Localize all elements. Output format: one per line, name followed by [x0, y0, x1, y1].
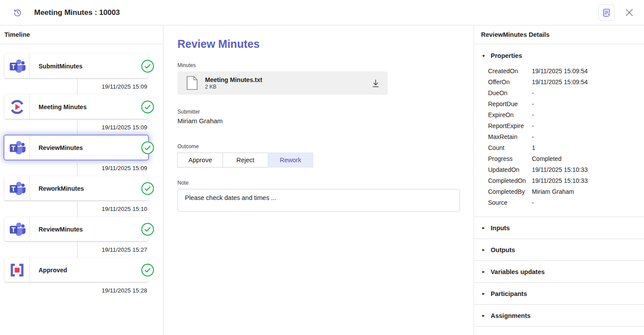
timeline-step-timestamp: 19/11/2025 15:09: [102, 165, 147, 171]
chevron-right-icon: ▸: [482, 291, 487, 296]
property-value: -: [532, 89, 644, 96]
section-assignments-header[interactable]: ▸ Assignments: [474, 305, 644, 326]
section-inputs: ▸ Inputs: [474, 217, 644, 239]
details-filter-button[interactable]: [598, 4, 615, 21]
chevron-down-icon: ▾: [482, 53, 487, 59]
task-title: Review Minutes: [177, 38, 474, 50]
teams-icon: [4, 217, 30, 241]
teams-icon: [4, 135, 30, 160]
timeline-connector: 19/11/2025 15:09: [4, 160, 148, 176]
section-assignments: ▸ Assignments: [474, 305, 644, 327]
approve-button[interactable]: Approve: [177, 153, 223, 168]
check-circle-icon: [141, 182, 154, 195]
property-value: -: [532, 133, 644, 140]
outcome-button-group: Approve Reject Rework: [177, 153, 474, 168]
check-circle-icon: [141, 100, 154, 114]
check-circle-icon: [141, 264, 154, 277]
section-participants-header[interactable]: ▸ Participants: [474, 283, 644, 304]
property-name: Count: [488, 144, 532, 151]
reject-button[interactable]: Reject: [223, 153, 268, 168]
timeline-step-timestamp: 19/11/2025 15:10: [102, 206, 147, 212]
teams-icon: [4, 176, 30, 200]
timeline-item: SubmitMinutes 19/11/2025 15:09: [0, 54, 163, 95]
property-row: OfferOn19/11/2025 15:09:54: [488, 76, 644, 87]
property-value: Miriam Graham: [532, 188, 644, 195]
timeline-step-timestamp: 19/11/2025 15:09: [102, 124, 147, 131]
property-row: ReportExpire-: [488, 120, 644, 131]
section-participants: ▸ Participants: [474, 283, 644, 305]
property-value: -: [532, 100, 644, 107]
property-row: ProgressCompleted: [488, 153, 644, 164]
timeline-step-card[interactable]: Approved: [4, 258, 148, 282]
page-title: Meeting Minutes : 10003: [34, 8, 120, 17]
property-row: CreatedOn19/11/2025 15:09:54: [488, 65, 644, 76]
details-panel: ReviewMinutes Details ▾ Properties Creat…: [474, 25, 644, 335]
property-row: DueOn-: [488, 87, 644, 98]
section-properties-header[interactable]: ▾ Properties: [474, 44, 644, 64]
note-field[interactable]: Please check dates and times ...: [177, 189, 460, 212]
property-row: MaxRetain-: [488, 131, 644, 142]
section-outputs-header[interactable]: ▸ Outputs: [474, 239, 644, 260]
timeline-step-label: ReworkMinutes: [30, 176, 148, 200]
check-circle-icon: [141, 60, 154, 73]
note-label: Note: [177, 180, 474, 186]
file-icon: [186, 76, 198, 90]
minutes-label: Minutes: [177, 62, 474, 68]
close-icon[interactable]: [624, 7, 634, 18]
property-name: MaxRetain: [488, 133, 532, 140]
submitter-label: Submitter: [177, 109, 474, 115]
outcome-label: Outcome: [177, 143, 474, 150]
timeline-step-timestamp: 19/11/2025 15:28: [102, 287, 147, 294]
download-icon[interactable]: [372, 79, 380, 88]
check-circle-icon: [141, 141, 154, 154]
section-variables-updates-header[interactable]: ▸ Variables updates: [474, 261, 644, 282]
property-name: DueOn: [488, 89, 532, 96]
property-row: CompletedOn19/11/2025 15:10:33: [488, 175, 644, 186]
property-name: ReportExpire: [488, 122, 532, 129]
timeline-step-label: Approved: [30, 258, 148, 282]
timeline-connector: 19/11/2025 15:10: [4, 200, 148, 217]
check-circle-icon: [141, 223, 154, 236]
teams-icon: [4, 54, 30, 78]
timeline-item: ReviewMinutes 19/11/2025 15:27: [0, 217, 163, 258]
property-value: -: [532, 111, 644, 118]
section-label: Assignments: [491, 312, 531, 319]
property-value: 19/11/2025 15:10:33: [532, 166, 644, 173]
chevron-right-icon: ▸: [482, 247, 487, 253]
timeline-step-card[interactable]: Meeting Minutes: [4, 95, 148, 119]
process-start-icon: [4, 95, 30, 119]
property-name: CreatedOn: [488, 68, 532, 75]
property-value: 19/11/2025 15:10:33: [532, 177, 644, 184]
property-name: UpdatedOn: [488, 166, 532, 173]
property-row: UpdatedOn19/11/2025 15:10:33: [488, 164, 644, 175]
section-label: Outputs: [491, 246, 515, 253]
timeline-title: Timeline: [0, 25, 163, 44]
section-variables-updates: ▸ Variables updates: [474, 261, 644, 283]
rework-button[interactable]: Rework: [268, 153, 313, 168]
timeline-item: ReworkMinutes 19/11/2025 15:10: [0, 176, 163, 217]
timeline-panel: Timeline SubmitMinutes 19/11/2025 15:09 …: [0, 25, 163, 335]
section-label: Properties: [491, 52, 522, 59]
property-name: CompletedBy: [488, 188, 532, 195]
property-value: Completed: [532, 155, 644, 162]
property-name: ReportDue: [488, 100, 532, 107]
timeline-step-card[interactable]: ReworkMinutes: [4, 176, 148, 200]
timeline-step-card[interactable]: SubmitMinutes: [4, 54, 148, 78]
properties-list: CreatedOn19/11/2025 15:09:54OfferOn19/11…: [474, 64, 644, 217]
timeline-step-card[interactable]: ReviewMinutes: [4, 135, 148, 160]
timeline-step-label: ReviewMinutes: [30, 135, 148, 160]
timeline-step-card[interactable]: ReviewMinutes: [4, 217, 148, 241]
workflow-history-window: Meeting Minutes : 10003 Timeline: [0, 0, 644, 335]
timeline-item: ReviewMinutes 19/11/2025 15:09: [0, 135, 163, 176]
submitter-value: Miriam Graham: [177, 117, 474, 125]
property-row: CompletedByMiriam Graham: [488, 186, 644, 197]
attachment-filename: Meeting Minutes.txt: [205, 76, 262, 83]
history-icon[interactable]: [13, 8, 22, 17]
timeline-step-label: ReviewMinutes: [30, 217, 148, 241]
timeline-connector: 19/11/2025 15:09: [4, 78, 148, 95]
timeline-step-timestamp: 19/11/2025 15:09: [102, 83, 147, 90]
attachment-card[interactable]: Meeting Minutes.txt 2 KB: [177, 71, 388, 95]
section-inputs-header[interactable]: ▸ Inputs: [474, 217, 644, 239]
process-end-icon: [4, 258, 30, 282]
property-value: 1: [532, 144, 644, 151]
